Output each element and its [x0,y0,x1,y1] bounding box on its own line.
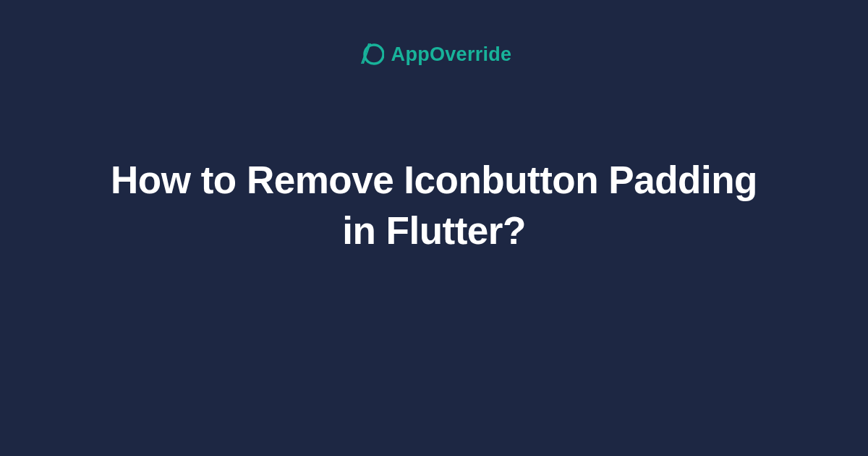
brand-logo: AppOverride [357,41,512,68]
page-title: How to Remove Iconbutton Padding in Flut… [109,155,760,256]
brand-name: AppOverride [391,43,512,66]
page-container: AppOverride How to Remove Iconbutton Pad… [0,0,868,456]
svg-point-0 [365,45,383,64]
app-override-icon [357,41,384,68]
